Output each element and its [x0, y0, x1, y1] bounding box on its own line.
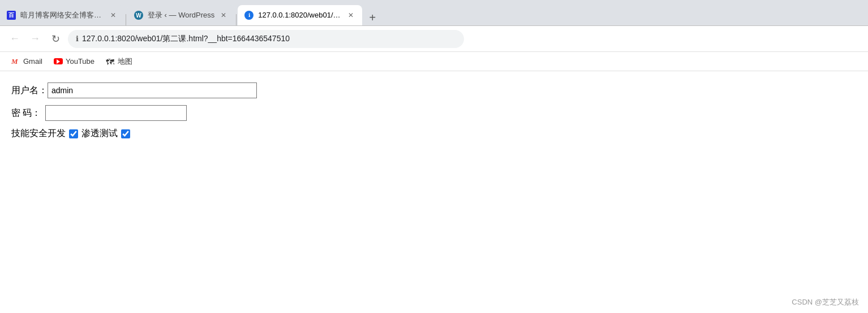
forward-button[interactable]: →: [27, 31, 43, 47]
username-input[interactable]: [48, 82, 257, 98]
gmail-favicon-icon: M: [11, 57, 20, 66]
bookmark-youtube[interactable]: YouTube: [49, 55, 99, 68]
checkbox2-label: 渗透测试: [81, 128, 118, 140]
tab-local-server[interactable]: ℹ 127.0.0.1:8020/web01/第二课.h... ✕: [238, 5, 362, 25]
baidu-favicon: 百: [7, 11, 16, 20]
address-text: 127.0.0.1:8020/web01/第二课.html?__hbt=1664…: [82, 34, 456, 44]
password-input[interactable]: [45, 105, 187, 121]
bookmark-youtube-label: YouTube: [66, 57, 94, 66]
info-icon: ℹ: [76, 34, 79, 43]
tab-title-3: 127.0.0.1:8020/web01/第二课.h...: [258, 10, 342, 20]
watermark: CSDN @芝芝又荔枝: [792, 297, 859, 307]
tab-separator-1: [126, 14, 126, 25]
page-content: 用户名： 密 码： 技能安全开发 渗透测试: [0, 71, 868, 313]
bookmark-gmail-label: Gmail: [23, 57, 42, 66]
browser-window: 百 暗月博客网络安全博客_百度搜索 ✕ W 登录 ‹ — WordPress ✕…: [0, 0, 868, 313]
maps-favicon-icon: 🗺: [106, 57, 115, 66]
password-row: 密 码：: [11, 105, 857, 121]
checkbox2[interactable]: [121, 129, 130, 138]
bookmark-maps[interactable]: 🗺 地图: [101, 54, 137, 69]
checkboxes-row: 技能安全开发 渗透测试: [11, 128, 857, 140]
local-favicon: ℹ: [244, 11, 253, 20]
username-label: 用户名：: [11, 85, 48, 97]
checkbox1[interactable]: [69, 129, 78, 138]
username-row: 用户名：: [11, 82, 857, 98]
youtube-favicon-icon: [54, 58, 63, 64]
address-bar-row: ← → ↻ ℹ 127.0.0.1:8020/web01/第二课.html?__…: [0, 26, 868, 52]
tab-wordpress[interactable]: W 登录 ‹ — WordPress ✕: [127, 5, 235, 25]
address-box[interactable]: ℹ 127.0.0.1:8020/web01/第二课.html?__hbt=16…: [68, 30, 464, 48]
bookmarks-bar: M Gmail YouTube 🗺 地图: [0, 52, 868, 71]
password-label: 密 码：: [11, 107, 45, 119]
tab-baidu-search[interactable]: 百 暗月博客网络安全博客_百度搜索 ✕: [0, 5, 124, 25]
tab-close-1[interactable]: ✕: [109, 11, 118, 20]
tab-separator-2: [236, 14, 237, 25]
tab-close-3[interactable]: ✕: [346, 11, 355, 20]
tab-bar: 百 暗月博客网络安全博客_百度搜索 ✕ W 登录 ‹ — WordPress ✕…: [0, 0, 868, 26]
back-button[interactable]: ←: [7, 31, 23, 47]
tab-title-1: 暗月博客网络安全博客_百度搜索: [20, 10, 104, 20]
checkbox1-label: 技能安全开发: [11, 128, 66, 140]
tab-close-2[interactable]: ✕: [219, 11, 228, 20]
tab-title-2: 登录 ‹ — WordPress: [148, 10, 214, 20]
refresh-button[interactable]: ↻: [48, 31, 63, 47]
new-tab-button[interactable]: +: [364, 10, 380, 25]
wordpress-favicon: W: [134, 11, 143, 20]
bookmark-gmail[interactable]: M Gmail: [7, 55, 47, 68]
bookmark-maps-label: 地图: [118, 56, 132, 67]
